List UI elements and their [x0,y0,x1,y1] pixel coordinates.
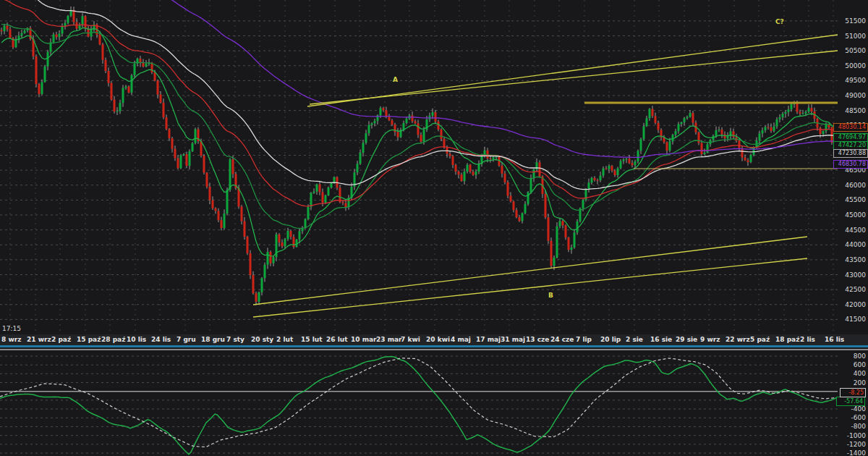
x-axis-label: 7 lip [576,336,592,343]
price-axis-label: 51500 [845,17,866,25]
price-axis-label: 42500 [845,286,866,293]
x-axis-label: 10 mar [351,336,377,343]
x-axis-date-band[interactable]: 8 wrz21 wrz2 paź15 paź28 paź10 lis24 lis… [0,334,868,345]
x-axis-label: 20 sty [251,336,273,343]
x-axis-label: 2 sie [626,336,643,343]
x-axis-label: 4 maj [451,336,471,343]
x-axis-label: 20 kwi [426,336,450,343]
main-price-chart-panel[interactable]: 5150051000505005000049500490004850048000… [0,0,868,334]
price-axis-label: 42000 [845,301,866,308]
x-axis-label: 8 wrz [1,336,21,343]
price-axis-label: 43500 [845,256,866,263]
oscillator-axis-label: 400 [854,370,866,377]
x-axis-label: 9 wrz [700,336,720,343]
price-axis-label: 41500 [845,316,866,323]
price-axis-label: 44000 [845,241,866,248]
x-axis-label: 7 sty [226,336,244,343]
x-axis-label: 21 wrz [27,336,51,343]
price-axis-label: 50000 [845,62,866,69]
price-axis-label: 49000 [845,92,866,99]
x-axis-label: 2 lis [800,336,815,343]
x-axis-label: 31 maj [501,336,525,343]
oscillator-axis-label: -1200 [847,441,866,448]
x-axis-label: 24 lis [151,336,171,343]
price-axis-label: 45500 [845,196,866,203]
x-axis-label: 10 lis [127,336,146,343]
x-axis-label: 18 gru [201,336,225,343]
main-y-axis-labels: 5150051000505005000049500490004850048000… [845,17,866,324]
x-axis-label: 23 mar [376,336,402,343]
x-axis-label: 29 sie [676,336,697,343]
oscillator-axis-label: -1400 [847,449,866,456]
x-axis-label: 7 gru [176,336,196,343]
x-axis-label: 16 sie [650,336,672,343]
price-axis-label: 44500 [845,227,866,234]
x-axis-label: 24 cze [550,336,574,343]
price-axis-label: 43000 [845,271,866,279]
oscillator-axis-label: -400 [851,405,867,413]
oscillator-axis-label: 200 [854,379,866,387]
price-box: 47230.88 [833,149,868,158]
annotation-label: B [548,292,553,299]
oscillator-indicator-panel[interactable]: 800600400200-400-600-800-1000-1200-1400 [0,352,868,456]
price-axis-label: 48500 [845,107,866,114]
x-axis-label: 7 kwi [401,336,420,343]
price-axis-label: 51000 [845,33,866,40]
oscillator-axis-label: -600 [851,414,867,421]
x-axis-label: 15 lut [301,336,322,343]
charting-terminal: 5150051000505005000049500490004850048000… [0,0,868,456]
oscillator-axis-label: 600 [854,361,866,368]
x-axis-label: 17 maj [476,336,501,343]
x-axis-label: 2 lut [276,336,293,343]
x-axis-label: 13 cze [526,336,549,343]
x-axis-label: 15 paź [77,336,101,343]
price-axis-label: 49500 [845,77,866,84]
x-axis-label: 18 paź [775,336,799,343]
price-axis-label: 46000 [845,182,866,189]
x-axis-label: 20 lip [600,336,621,343]
last-update-time: 17:15 [2,325,21,332]
annotation-label: A [393,76,398,83]
panel-divider[interactable] [0,349,868,350]
price-axis-label: 50500 [845,47,866,54]
price-box: 48030.14 [833,123,868,132]
oscillator-axis-label: -800 [851,423,867,430]
x-axis-label: 2 paź [51,336,71,343]
annotation-label: C? [775,18,784,25]
oscillator-axis-label: -1000 [847,432,866,439]
oscillator-axis-label: 800 [854,352,866,360]
oscillator-value-box: -8.25 [840,388,866,397]
price-axis-label: 45000 [845,211,866,219]
price-box: 46830.78 [833,160,868,169]
x-axis-label: 16 lis [825,336,844,343]
x-axis-label: 28 paź [101,336,125,343]
x-axis-highlight-strip [0,345,868,347]
x-axis-label: 26 lut [326,336,347,343]
x-axis-label: 5 paź [750,336,770,343]
x-axis-label: 22 wrz [726,336,750,343]
oscillator-value-box: -57.64 [836,397,865,406]
